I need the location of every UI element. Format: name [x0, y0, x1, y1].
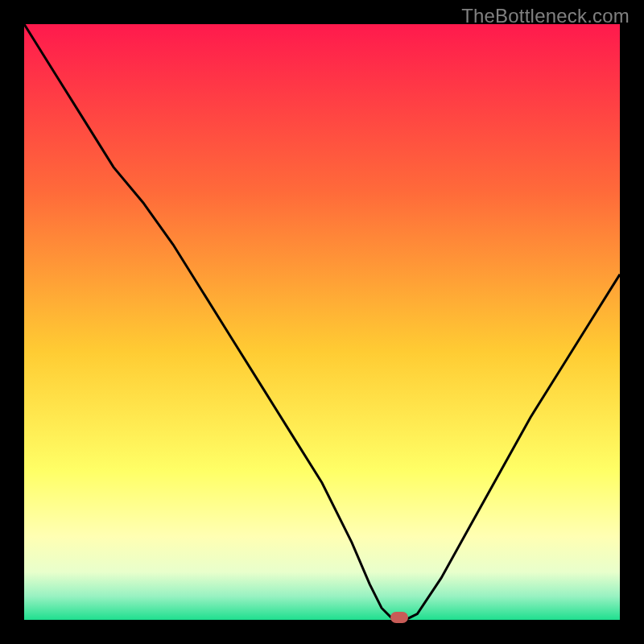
chart-frame: TheBottleneck.com [0, 0, 644, 644]
bottleneck-plot [24, 24, 620, 620]
optimal-marker [390, 612, 408, 623]
gradient-background [24, 24, 620, 620]
